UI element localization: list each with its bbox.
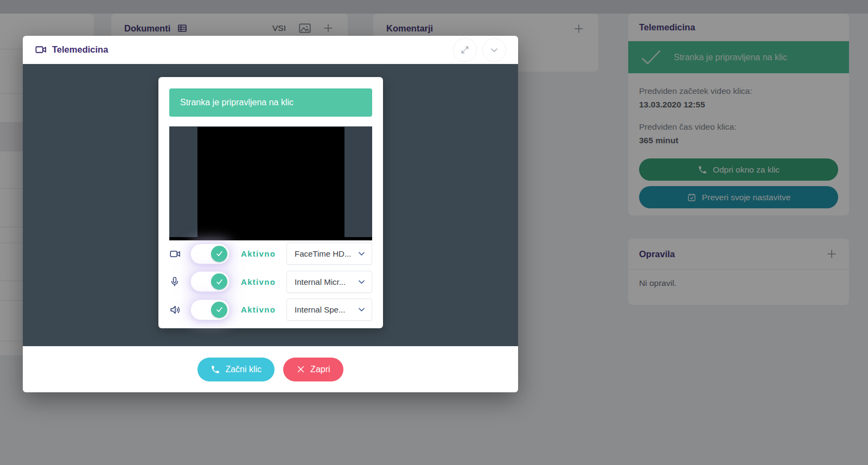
close-button[interactable]: Zapri	[283, 358, 343, 381]
camera-toggle-thumb	[211, 246, 227, 262]
start-call-label: Začni klic	[225, 365, 261, 374]
video-bottom-bar	[169, 237, 372, 240]
page: Dokumenti VSI	[0, 0, 868, 465]
start-call-button[interactable]: Začni klic	[197, 358, 275, 381]
close-label: Zapri	[310, 365, 330, 374]
modal-footer: Začni klic Zapri	[23, 346, 518, 392]
camera-icon	[169, 248, 184, 260]
chevron-down-icon	[489, 44, 500, 55]
expand-icon	[460, 45, 470, 55]
modal-title: Telemedicina	[52, 44, 108, 55]
video-preview	[169, 126, 372, 240]
collapse-modal-button[interactable]	[482, 38, 506, 62]
camera-select[interactable]: FaceTime HD...	[286, 243, 372, 265]
speaker-select[interactable]: Internal Spe...	[286, 298, 372, 321]
camera-row: Aktivno FaceTime HD...	[169, 243, 372, 265]
check-icon	[215, 305, 224, 314]
modal-header: Telemedicina	[23, 36, 518, 64]
microphone-toggle-thumb	[211, 273, 227, 290]
status-banner: Stranka je pripravljena na klic	[169, 88, 372, 117]
expand-modal-button[interactable]	[453, 38, 477, 62]
check-icon	[215, 278, 224, 286]
chevron-down-icon	[357, 249, 366, 258]
speaker-row: Aktivno Internal Spe...	[169, 298, 372, 321]
speaker-icon	[169, 304, 184, 316]
microphone-select[interactable]: Internal Micr...	[286, 271, 372, 293]
camera-select-value: FaceTime HD...	[295, 249, 357, 258]
camera-status: Aktivno	[241, 249, 276, 258]
speaker-select-value: Internal Spe...	[295, 305, 357, 314]
microphone-status: Aktivno	[241, 277, 276, 286]
camera-toggle[interactable]	[191, 244, 229, 264]
telemedicina-modal: Telemedicina Stranka je pripravljena na …	[23, 36, 518, 392]
microphone-row: Aktivno Internal Micr...	[169, 271, 372, 293]
video-camera-icon	[35, 43, 47, 56]
microphone-icon	[169, 276, 184, 288]
speaker-toggle-thumb	[211, 302, 227, 318]
check-icon	[215, 250, 224, 258]
x-icon	[296, 365, 305, 374]
chevron-down-icon	[357, 305, 366, 314]
modal-body: Stranka je pripravljena na klic	[23, 64, 518, 346]
video-feed	[197, 127, 344, 237]
chevron-down-icon	[357, 277, 366, 286]
microphone-toggle[interactable]	[191, 272, 229, 291]
microphone-select-value: Internal Micr...	[295, 277, 357, 286]
speaker-toggle[interactable]	[191, 300, 229, 320]
call-setup-card: Stranka je pripravljena na klic	[158, 77, 383, 328]
speaker-status: Aktivno	[241, 305, 276, 314]
phone-icon	[210, 365, 220, 374]
